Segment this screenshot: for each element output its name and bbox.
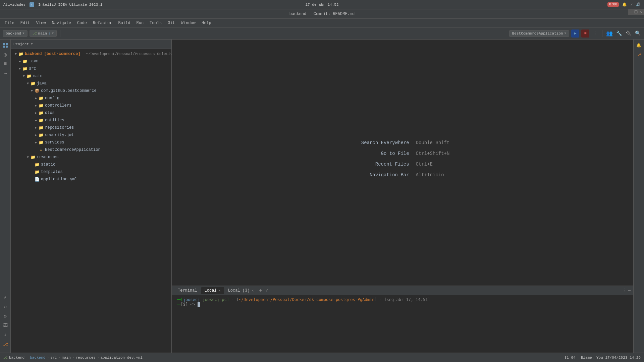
menu-refactor[interactable]: Refactor	[90, 20, 115, 26]
folder-icon-java: 📁	[30, 81, 36, 86]
tree-item-security-jwt[interactable]: ▶ 📁 security.jwt	[11, 131, 171, 139]
tree-label-services: services	[45, 140, 64, 145]
branch-chevron-icon: ▼	[52, 32, 54, 35]
term-bracket-close: ]	[227, 297, 229, 302]
blame-label: Blame: You 17/04/2023 14:26	[581, 356, 641, 360]
folder-icon-static: 📁	[34, 162, 40, 167]
tree-item-entities[interactable]: ▶ 📁 entities	[11, 117, 171, 124]
problems-icon[interactable]: ⊖	[2, 303, 9, 310]
maximize-button[interactable]: □	[633, 9, 639, 15]
term-suffix: ]	[374, 297, 377, 302]
terminal-content[interactable]: ┌─[joosecj joosecj-pc] - [~/Development/…	[172, 295, 633, 353]
plugins-icon[interactable]: 🔌	[625, 30, 632, 37]
run-config-selector[interactable]: BestCommerceApplication ▼	[509, 30, 569, 37]
tree-arrow-config: ▶	[34, 96, 38, 100]
svg-rect-0	[3, 43, 5, 45]
terminal-more-icon[interactable]: ⋮	[623, 288, 627, 293]
menu-code[interactable]: Code	[74, 20, 90, 26]
run-config-label: BestCommerceApplication	[512, 32, 563, 36]
folder-icon-config: 📁	[38, 96, 44, 101]
menu-run[interactable]: Run	[133, 20, 146, 26]
run-button[interactable]: ▶	[571, 29, 579, 38]
settings-wrench-icon[interactable]: 🔧	[615, 30, 623, 37]
shortcut-key-4: Alt+Inicio	[416, 172, 444, 178]
project-selector[interactable]: backend ▼	[3, 30, 28, 37]
menu-view[interactable]: View	[34, 20, 49, 26]
os-bar-left: Atividades I IntelliJ IDEA Ultimate 2023…	[3, 2, 102, 7]
minimize-button[interactable]: ─	[628, 9, 633, 15]
menu-tools[interactable]: Tools	[147, 20, 164, 26]
breadcrumb-sep-3: ›	[97, 356, 99, 360]
tree-item-static[interactable]: ▶ 📁 static	[11, 161, 171, 168]
term-host: joosecj-pc	[203, 297, 227, 302]
tree-item-templates[interactable]: ▶ 📁 templates	[11, 168, 171, 176]
terminal-minimize-icon[interactable]: ─	[628, 288, 631, 293]
tree-item-resources[interactable]: ▼ 📁 resources	[11, 154, 171, 161]
breadcrumb-sep-1: ›	[58, 356, 61, 360]
menu-git[interactable]: Git	[165, 20, 178, 26]
line-col-label: 31 04	[565, 356, 576, 360]
terminal-tab-local3[interactable]: Local (3) ✕	[225, 287, 257, 294]
terminal-add-button[interactable]: +	[258, 288, 263, 293]
plugins-sidebar-icon[interactable]: ⚡	[2, 294, 9, 301]
menu-file[interactable]: File	[2, 20, 17, 26]
terminal-tab-local3-close[interactable]: ✕	[252, 289, 254, 293]
menu-build[interactable]: Build	[115, 20, 133, 26]
tree-item-services[interactable]: ▶ 📁 services	[11, 139, 171, 146]
terminal-expand-button[interactable]: ⤢	[264, 288, 270, 293]
menu-edit[interactable]: Edit	[18, 20, 33, 26]
commit-icon[interactable]: ◎	[2, 51, 9, 58]
right-notifications-icon[interactable]: 🔔	[635, 42, 643, 49]
menu-navigate[interactable]: Navigate	[49, 20, 74, 26]
term-user: joosecj	[183, 297, 200, 302]
terminal-tab-local[interactable]: Local ✕	[201, 287, 224, 294]
shortcut-key-3: Ctrl+E	[416, 162, 433, 167]
more-tools-icon[interactable]: ⋯	[2, 70, 9, 77]
shortcut-label-4: Navigation Bar	[356, 172, 409, 178]
tree-item-backend[interactable]: ▼ 📁 backend [best-commerce] - ~/Developm…	[11, 50, 171, 58]
tree-label-controllers: controllers	[45, 103, 71, 108]
settings-sidebar-icon[interactable]: ⚙	[2, 312, 9, 320]
tree-item-src[interactable]: ▼ 📁 src	[11, 65, 171, 72]
terminal-tab-local-label: Local	[205, 288, 217, 293]
vcs-icon[interactable]: ⎇	[2, 341, 9, 348]
more-options-button[interactable]: ⋮	[591, 30, 599, 37]
menu-help[interactable]: Help	[199, 20, 214, 26]
tree-item-main[interactable]: ▼ 📁 main	[11, 72, 171, 80]
tree-item-avn[interactable]: ▶ 📁 .avn	[11, 58, 171, 65]
terminal-tab-local-close[interactable]: ✕	[219, 289, 221, 293]
java-file-icon: ☕	[38, 147, 44, 153]
project-tree-icon[interactable]	[2, 42, 9, 49]
notifications-icon[interactable]: 🖼	[2, 322, 9, 329]
git-branch-indicator[interactable]: ⎇ backend	[3, 355, 24, 360]
os-bar: Atividades I IntelliJ IDEA Ultimate 2023…	[0, 0, 644, 9]
folder-icon-security: 📁	[38, 132, 44, 138]
activities-label[interactable]: Atividades	[3, 3, 25, 7]
tree-item-controllers[interactable]: ▶ 📁 controllers	[11, 102, 171, 109]
download-icon[interactable]: ⬇	[2, 331, 9, 339]
right-git-icon[interactable]: ⎇	[635, 51, 643, 58]
tree-label-src: src	[29, 66, 36, 71]
branch-selector[interactable]: ⎇ main ↑ ▼	[30, 30, 57, 37]
tree-item-dtos[interactable]: ▶ 📁 dtos	[11, 109, 171, 117]
tree-item-bestcommerce-app[interactable]: ▶ ☕ BestCommerceApplication	[11, 146, 171, 154]
close-button[interactable]: ✕	[639, 9, 644, 15]
tree-item-bestcommerce-pkg[interactable]: ▼ 📦 com.github.bestcommerce	[11, 87, 171, 95]
tree-item-repositories[interactable]: ▶ 📁 repositories	[11, 124, 171, 131]
bookmarks-icon[interactable]: ≡	[2, 60, 9, 68]
menu-bar: File Edit View Navigate Code Refactor Bu…	[0, 19, 644, 27]
window-controls[interactable]: ─ □ ✕	[628, 9, 644, 19]
menu-window[interactable]: Window	[178, 20, 198, 26]
panel-chevron-icon: ▼	[31, 43, 33, 46]
people-icon[interactable]: 👥	[606, 30, 613, 37]
stop-button[interactable]: ■	[581, 29, 589, 38]
tree-item-java[interactable]: ▼ 📁 java	[11, 80, 171, 87]
toolbar: backend ▼ ⎇ main ↑ ▼ BestCommerceApplica…	[0, 27, 644, 40]
svg-rect-3	[6, 46, 8, 48]
tree-item-application-yml[interactable]: ▶ 📄 application.yml	[11, 176, 171, 183]
terminal-tab-main[interactable]: Terminal	[174, 287, 201, 294]
app-icon: I	[30, 2, 34, 7]
tree-item-config[interactable]: ▶ 📁 config	[11, 95, 171, 102]
search-everywhere-icon[interactable]: 🔍	[634, 30, 641, 37]
shortcut-label-1: Search Everywhere	[356, 140, 409, 145]
